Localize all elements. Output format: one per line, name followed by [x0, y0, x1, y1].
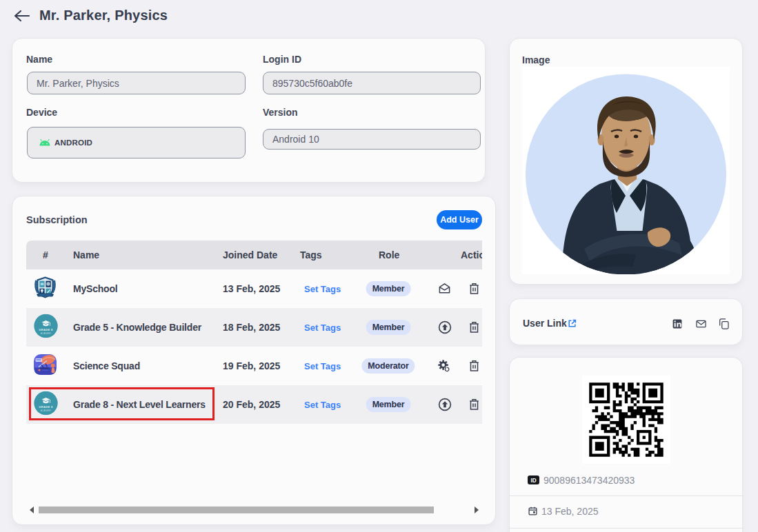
- svg-text:ID: ID: [530, 478, 536, 484]
- svg-text:GRADE 8: GRADE 8: [39, 328, 53, 331]
- svg-text:ACADEMY: ACADEMY: [41, 332, 51, 335]
